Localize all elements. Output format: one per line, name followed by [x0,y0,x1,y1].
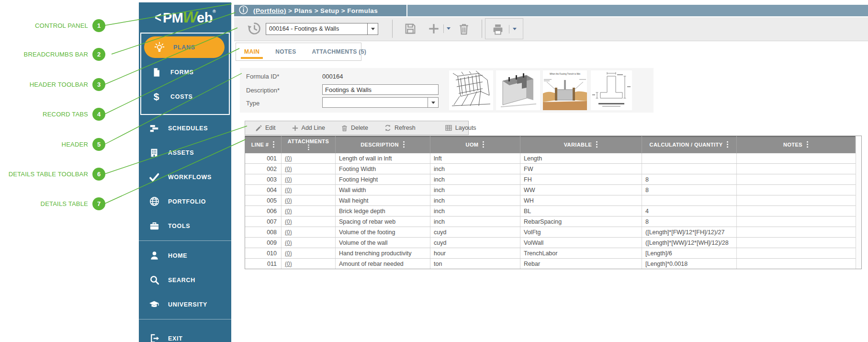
sidebar-item-costs[interactable]: $ COSTS [141,84,229,109]
annotation-number-badge: 1 [92,19,105,32]
column-menu-icon[interactable] [482,141,485,148]
column-menu-icon[interactable] [806,141,809,148]
column-menu-icon[interactable] [596,141,598,148]
table-row[interactable]: 001 (0) Length of wall in lnft lnft Leng… [245,153,856,164]
sidebar-item-assets[interactable]: ASSETS [139,140,231,165]
sidebar-item-search[interactable]: SEARCH [139,268,231,292]
print-dropdown-icon[interactable] [513,28,517,30]
attachments-link[interactable]: (0) [285,261,292,267]
column-header-uom[interactable]: UOM [430,136,520,153]
history-undo-icon[interactable] [247,21,262,38]
delete-line-button[interactable]: Delete [341,125,368,132]
calculation-cell: 8 [642,217,737,227]
person-icon [148,250,160,262]
uom-cell: inch [430,195,520,205]
line-number-cell: 005 [245,195,282,205]
sidebar-item-label: EXIT [168,335,183,342]
column-header-attachments[interactable]: ATTACHMENTS [282,136,336,153]
sidebar-menu: SCHEDULES ASSETS WORKFLOWS PORTFOLIO [139,116,231,342]
toolbar-mini-divider [443,24,444,33]
print-button[interactable] [491,23,505,38]
description-field[interactable] [322,84,439,95]
sidebar-item-exit[interactable]: EXIT [139,326,231,342]
variable-cell: FW [520,164,642,174]
breadcrumb-portfolio-link[interactable]: (Portfolio) [253,7,286,14]
attachments-link[interactable]: (0) [285,155,292,162]
attachments-link[interactable]: (0) [285,187,292,194]
attachments-link[interactable]: (0) [285,250,292,257]
attachments-link[interactable]: (0) [285,208,292,215]
table-row[interactable]: 003 (0) Footing Height inch FH 8 [245,174,856,185]
layouts-button-label: Layouts [455,125,476,131]
sidebar-item-university[interactable]: UNIVERSITY [139,292,231,317]
attachments-link[interactable]: (0) [285,197,292,204]
details-table: LINE # ATTACHMENTS DESCRIPTION UOM VARIA… [245,136,862,269]
table-row[interactable]: 004 (0) Wall width inch WW 8 [245,185,856,195]
sidebar-item-workflows[interactable]: WORKFLOWS [139,165,231,189]
column-header-calculation[interactable]: CALCULATION / QUANTITY [642,136,737,153]
tab-notes[interactable]: NOTES [275,43,296,60]
sidebar-item-portfolio[interactable]: PORTFOLIO [139,189,231,214]
tab-attachments[interactable]: ATTACHMENTS (5) [312,43,367,60]
line-number-cell: 002 [245,164,282,174]
sidebar-item-plans[interactable]: PLANS [144,36,225,58]
description-cell: Length of wall in lnft [336,153,430,163]
attachments-link[interactable]: (0) [285,218,292,225]
add-record-dropdown-icon[interactable] [447,27,451,30]
type-select[interactable] [322,97,439,108]
footing-trench-caption: When the Footing Trench is Wet [550,73,581,75]
attachments-link[interactable]: (0) [285,176,292,183]
uom-cell: inch [430,164,520,174]
save-button[interactable] [404,22,417,37]
sidebar-item-tools[interactable]: TOOLS [139,214,231,238]
column-menu-icon[interactable] [403,141,405,148]
sidebar-item-home[interactable]: HOME [139,243,231,268]
breadcrumb: (Portfolio) > Plans > Setup > Formulas [253,7,378,14]
table-row[interactable]: 005 (0) Wall height inch WH [245,195,856,206]
column-menu-icon[interactable] [272,141,275,148]
attachments-link[interactable]: (0) [285,239,292,246]
column-header-notes[interactable]: NOTES [737,136,856,153]
attachments-link[interactable]: (0) [285,166,292,172]
column-header-description[interactable]: DESCRIPTION [336,136,430,153]
record-selector[interactable]: 000164 - Footings & Walls [266,23,378,35]
edit-button[interactable]: Edit [255,125,276,132]
table-row[interactable]: 006 (0) Brick ledge depth inch BL 4 [245,206,856,217]
info-icon[interactable] [238,5,248,17]
column-header-line[interactable]: LINE # [245,136,282,153]
refresh-button[interactable]: Refresh [384,124,416,132]
toolbar-mini-divider [509,25,509,34]
type-select-dropdown-button[interactable] [428,97,439,108]
dimension-diagram-image [591,70,632,110]
tab-main[interactable]: MAIN [244,43,259,60]
table-row[interactable]: 002 (0) Footing Width inch FW [245,164,856,174]
add-record-button[interactable] [428,23,440,37]
delete-record-button[interactable] [457,22,471,37]
document-icon [150,66,163,79]
details-table-toolbar: Edit Add Line Delete Refresh Layouts [245,121,469,135]
column-header-variable[interactable]: VARIABLE [520,136,642,153]
sidebar-item-forms[interactable]: FORMS [141,60,229,84]
record-selector-dropdown-button[interactable] [367,23,378,34]
table-row[interactable]: 009 (0) Volume of the wall cuyd VolWall … [245,238,856,248]
layouts-button[interactable]: Layouts [445,124,476,132]
variable-cell: VolWall [520,238,642,248]
add-line-button[interactable]: Add Line [292,125,325,132]
description-cell: Brick ledge depth [336,206,430,216]
uom-cell: inch [430,206,520,216]
attachments-link[interactable]: (0) [285,229,292,236]
column-menu-icon[interactable] [726,141,729,148]
layouts-grid-icon [445,124,452,132]
table-row[interactable]: 008 (0) Volume of the footing cuyd VolFt… [245,227,856,238]
table-scrollbar-track[interactable] [856,136,861,269]
svg-text:$: $ [154,91,159,102]
column-menu-icon[interactable] [307,144,310,150]
variable-cell: TrenchLabor [520,248,642,258]
table-row[interactable]: 010 (0) Hand trenching productivity hour… [245,248,856,259]
description-cell: Spacing of rebar web [336,217,430,227]
sidebar-item-schedules[interactable]: SCHEDULES [139,116,231,140]
record-tabs: MAIN NOTES ATTACHMENTS (5) [236,43,361,61]
table-row[interactable]: 007 (0) Spacing of rebar web inch RebarS… [245,217,856,227]
collapse-sidebar-icon[interactable]: < [155,9,161,25]
table-row[interactable]: 011 (0) Amount of rebar needed ton Rebar… [245,259,856,269]
